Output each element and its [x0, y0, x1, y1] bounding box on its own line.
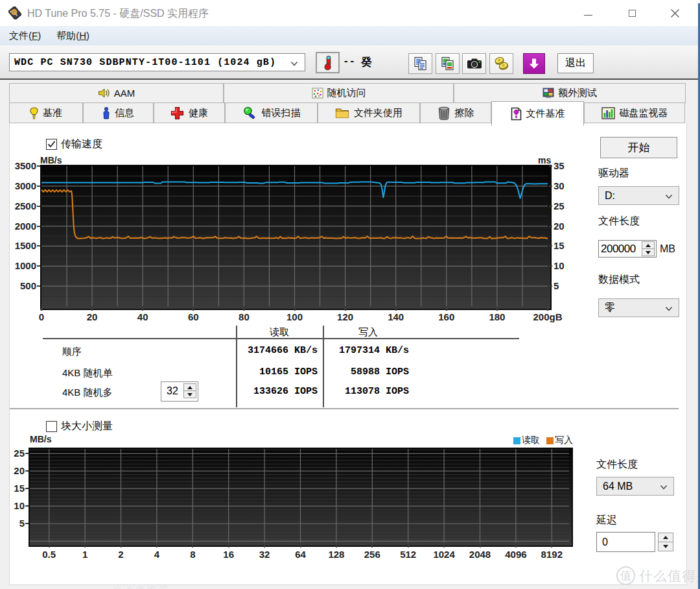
tick-label: 3500 — [6, 160, 36, 171]
tick-label: 100 — [275, 311, 314, 322]
arrow-up-icon — [663, 536, 668, 539]
tick-mark — [345, 307, 346, 311]
delay-input[interactable]: 0 — [596, 532, 655, 552]
drive-select-combobox[interactable]: WDC PC SN730 SDBPNTY-1T00-1101 (1024 gB) — [9, 53, 305, 71]
tick-label: 1000 — [6, 260, 36, 271]
queue-depth-spinbox[interactable]: 32 — [161, 381, 198, 402]
download-button[interactable] — [523, 53, 545, 74]
tick-mark — [443, 544, 445, 547]
trash-icon — [438, 106, 450, 120]
tab-error-scan[interactable]: 错误扫描 — [225, 103, 318, 123]
tick-mark — [264, 544, 265, 547]
queue-depth-spinner[interactable] — [183, 383, 196, 398]
block-size-checkbox[interactable] — [46, 421, 57, 432]
delay-spinner[interactable] — [658, 533, 673, 551]
tick-label: 0 — [22, 311, 61, 322]
table-divider — [323, 326, 324, 407]
tick-mark — [549, 265, 552, 267]
delay-label: 延迟 — [596, 514, 617, 527]
tab-aam[interactable]: AAM — [9, 83, 224, 103]
tab-info[interactable]: 信息 — [83, 103, 154, 123]
close-button[interactable] — [660, 0, 690, 26]
tick-mark — [549, 165, 552, 167]
temperature-unit: 癸 — [361, 54, 372, 69]
exit-button[interactable]: 退出 — [557, 53, 594, 73]
legend-write-swatch — [546, 437, 554, 444]
file-length-spinbox[interactable]: 200000 — [598, 240, 657, 258]
tick-mark — [37, 165, 40, 167]
tab-folder-usage[interactable]: 文件夹使用 — [318, 103, 420, 123]
tick-mark — [25, 453, 29, 454]
minimize-button[interactable] — [573, 0, 603, 26]
tab-file-benchmark[interactable]: 文件基准 — [491, 101, 584, 126]
tick-label: 8 — [173, 549, 212, 560]
block-file-length-combobox[interactable]: 64 MB — [596, 477, 674, 496]
maximize-button[interactable] — [617, 0, 647, 26]
sequential-write-value: 1797314 KB/s — [325, 345, 409, 356]
tab-extra-tests[interactable]: 额外测试 — [454, 83, 686, 103]
tick-mark — [91, 307, 93, 311]
tab-erase[interactable]: 擦除 — [420, 103, 491, 123]
arrow-up-icon — [646, 244, 651, 247]
tick-label: 10 — [554, 260, 573, 271]
save-results-button[interactable] — [489, 53, 513, 74]
menu-file[interactable]: 文件(F) — [9, 30, 41, 42]
tick-mark — [243, 307, 244, 311]
tick-mark — [371, 544, 373, 547]
tick-label: 10 — [4, 500, 25, 511]
screenshot-button[interactable] — [462, 53, 486, 74]
file-length-spinner[interactable] — [642, 241, 655, 256]
tab-random-access[interactable]: 随机访问 — [224, 83, 454, 103]
tab-benchmark[interactable]: 基准 — [9, 103, 83, 123]
copy-text-button[interactable] — [408, 53, 432, 74]
tick-mark — [25, 470, 29, 472]
tick-mark — [446, 307, 447, 311]
4kb-multi-read-value: 133626 IOPS — [233, 386, 318, 397]
magnifier-icon — [242, 106, 257, 120]
spin-down-button[interactable] — [658, 542, 673, 551]
block-file-length-label: 文件长度 — [596, 458, 638, 472]
minimize-icon — [584, 15, 592, 16]
tick-mark — [228, 544, 229, 547]
drive-select-value: WDC PC SN730 SDBPNTY-1T00-1101 (1024 gB) — [10, 57, 276, 68]
tab-disk-monitor[interactable]: 磁盘监视器 — [584, 103, 685, 123]
spin-down-button[interactable] — [642, 248, 655, 256]
tick-label: 25 — [4, 448, 25, 459]
tick-mark — [549, 186, 552, 187]
spin-up-button[interactable] — [658, 533, 673, 542]
legend-write: 写入 — [546, 435, 573, 446]
tick-label: 0.5 — [30, 549, 69, 560]
tick-label: 15 — [554, 240, 573, 251]
folder-icon — [335, 107, 349, 119]
tick-mark — [41, 307, 42, 311]
toolbar: WDC PC SN730 SDBPNTY-1T00-1101 (1024 gB)… — [0, 45, 700, 78]
tick-mark — [156, 544, 158, 547]
chart1-y-unit: MB/s — [40, 155, 62, 165]
data-mode-combobox[interactable]: 零 — [598, 298, 679, 317]
start-button[interactable]: 开始 — [600, 137, 677, 158]
tick-mark — [192, 544, 193, 547]
tick-mark — [549, 245, 552, 246]
spin-down-button[interactable] — [183, 391, 196, 398]
data-mode-value: 零 — [605, 301, 615, 315]
tick-label: 2 — [102, 549, 141, 560]
watermark: 值 什么值得买 — [616, 566, 700, 585]
menu-help[interactable]: 帮助(H) — [56, 30, 89, 42]
tab-health[interactable]: 健康 — [154, 103, 225, 123]
chart2-legend: 读取 写入 — [10, 435, 573, 446]
tick-label: 40 — [123, 311, 162, 322]
arrow-down-icon — [646, 251, 651, 254]
4kb-multi-write-value: 113078 IOPS — [325, 386, 409, 397]
temperature-button[interactable] — [316, 52, 340, 73]
camera-icon — [466, 56, 483, 71]
file-benchmark-icon — [511, 107, 522, 121]
copy-image-button[interactable] — [436, 53, 460, 74]
drive-combobox[interactable]: D: — [598, 186, 679, 205]
file-benchmark-page: 传输速度 MB/s ms 350030002500200015001000500… — [9, 123, 687, 585]
delay-value: 0 — [602, 536, 608, 548]
tick-label: 512 — [389, 549, 428, 560]
tick-label: 120 — [326, 311, 365, 322]
block-size-chart — [29, 448, 573, 547]
data-mode-label: 数据模式 — [598, 273, 640, 287]
transfer-speed-checkbox[interactable] — [46, 139, 57, 150]
